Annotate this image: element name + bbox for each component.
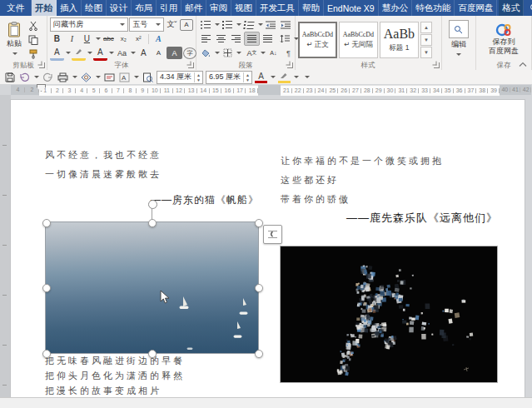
- clipboard-dialog-launcher[interactable]: [39, 62, 45, 68]
- text-box-button[interactable]: [103, 72, 116, 83]
- horizontal-ruler[interactable]: 42 123456789101112131415161718 212223242…: [11, 85, 531, 95]
- editing-dropdown[interactable]: [456, 53, 461, 58]
- numbering-button[interactable]: [221, 18, 235, 31]
- font-color-dropdown[interactable]: [109, 52, 114, 57]
- asian-layout-button[interactable]: A文: [245, 47, 259, 59]
- grow-font-button[interactable]: A: [137, 47, 151, 59]
- shapes-dropdown[interactable]: [96, 76, 101, 81]
- width-stepper[interactable]: ▲▼: [243, 72, 251, 82]
- justify-button[interactable]: [244, 32, 260, 46]
- tab-绘图[interactable]: 绘图: [82, 0, 107, 16]
- redo-button[interactable]: [42, 72, 54, 83]
- wordart-button[interactable]: A: [118, 72, 131, 83]
- align-right-button[interactable]: [229, 32, 243, 45]
- tab-format-contextual[interactable]: 格式: [499, 0, 524, 16]
- shading-dropdown[interactable]: [215, 52, 220, 57]
- tab-插入[interactable]: 插入: [57, 0, 82, 16]
- tab-开始[interactable]: 开始: [32, 0, 57, 16]
- shape-width-field[interactable]: 6.95 厘米 ▲▼: [206, 71, 252, 84]
- rotation-handle[interactable]: [148, 200, 157, 209]
- tab-特色功能[interactable]: 特色功能: [412, 0, 455, 16]
- change-case-button[interactable]: Aa: [115, 47, 129, 59]
- resize-handle-top-center[interactable]: [148, 219, 157, 227]
- font-dialog-launcher[interactable]: [188, 62, 194, 68]
- tab-设计[interactable]: 设计: [107, 0, 132, 16]
- text-effects-color-button[interactable]: A: [50, 46, 64, 61]
- tab-慧办公[interactable]: 慧办公: [379, 0, 413, 16]
- tab-开发工具[interactable]: 开发工具: [256, 0, 299, 16]
- figure-collage-photo[interactable]: [281, 246, 497, 382]
- qat-highlight-button[interactable]: [278, 71, 291, 83]
- font-color-button[interactable]: A: [93, 46, 107, 61]
- format-painter-button[interactable]: [26, 47, 40, 60]
- tab-百度网盘[interactable]: 百度网盘: [455, 0, 497, 16]
- resize-handle-top-right[interactable]: [255, 219, 263, 227]
- underline-button[interactable]: U: [80, 32, 94, 45]
- bold-button[interactable]: B: [50, 32, 64, 45]
- phonetic-guide-button[interactable]: 文˘: [165, 18, 179, 31]
- save-to-baidu-button[interactable]: 保存到 百度网盘: [479, 17, 529, 61]
- qat-font-color-dropdown[interactable]: [271, 76, 276, 81]
- tab-引用[interactable]: 引用: [157, 0, 181, 16]
- collapse-ribbon-button[interactable]: [519, 62, 527, 67]
- resize-handle-bottom-right[interactable]: [255, 350, 263, 358]
- sea-photo[interactable]: [46, 222, 258, 353]
- vertical-ruler[interactable]: [0, 95, 11, 398]
- horizontal-scrollbar[interactable]: [0, 397, 532, 408]
- superscript-button[interactable]: x²: [132, 32, 146, 45]
- strikethrough-button[interactable]: abc: [102, 32, 116, 45]
- align-left-button[interactable]: [199, 32, 213, 45]
- tab-视图[interactable]: 视图: [231, 0, 256, 16]
- subscript-button[interactable]: x₂: [117, 32, 131, 45]
- numbering-dropdown[interactable]: [236, 23, 241, 28]
- print-button[interactable]: [57, 72, 69, 83]
- text-effects-dropdown[interactable]: [66, 52, 71, 57]
- resize-handle-bottom-left[interactable]: [42, 350, 51, 358]
- enclose-characters-button[interactable]: 字: [183, 47, 196, 59]
- distribute-button[interactable]: [261, 32, 275, 45]
- highlight-color-button[interactable]: [72, 46, 86, 61]
- print-preview-button[interactable]: [142, 72, 154, 83]
- tab-邮件[interactable]: 邮件: [181, 0, 206, 16]
- resize-handle-mid-left[interactable]: [42, 284, 51, 292]
- borders-dropdown[interactable]: [236, 52, 241, 57]
- style-card-无间隔[interactable]: AaBbCcDd↵ 无间隔: [339, 22, 378, 58]
- editing-button[interactable]: 编辑: [445, 17, 473, 61]
- font-size-combo[interactable]: 五号: [129, 17, 164, 32]
- qat-highlight-dropdown[interactable]: [294, 76, 299, 81]
- resize-handle-top-left[interactable]: [42, 219, 51, 227]
- align-center-button[interactable]: [214, 32, 228, 45]
- decrease-indent-button[interactable]: [264, 18, 278, 31]
- tab-布局[interactable]: 布局: [132, 0, 157, 16]
- bullets-button[interactable]: [199, 18, 213, 31]
- italic-button[interactable]: I: [65, 32, 79, 45]
- increase-indent-button[interactable]: [279, 18, 293, 31]
- copy-button[interactable]: [26, 33, 40, 46]
- tab-file[interactable]: 文件: [0, 0, 32, 16]
- style-scroll-down[interactable]: ▼: [420, 34, 432, 46]
- qat-font-color-button[interactable]: A: [255, 71, 267, 83]
- line-spacing-button[interactable]: [278, 32, 292, 45]
- cut-button[interactable]: [26, 20, 40, 32]
- shading-button[interactable]: [199, 47, 213, 59]
- asian-layout-dropdown[interactable]: [261, 52, 266, 57]
- multilevel-list-button[interactable]: [242, 18, 256, 31]
- wordart-dropdown[interactable]: [134, 76, 139, 81]
- highlight-dropdown[interactable]: [87, 52, 92, 57]
- styles-dialog-launcher[interactable]: [434, 62, 440, 68]
- style-gallery-more[interactable]: ▼: [420, 47, 432, 58]
- save-button[interactable]: [3, 72, 16, 83]
- resize-handle-bottom-center[interactable]: [148, 350, 157, 358]
- tab-EndNote X9[interactable]: EndNote X9: [324, 0, 379, 16]
- character-border-button[interactable]: A: [180, 19, 193, 31]
- multilevel-dropdown[interactable]: [258, 23, 263, 28]
- document-page[interactable]: 风不经意，我也不经意一切像清晨迷雾般散去 ——房东的猫《帆船》: [11, 100, 525, 398]
- style-scroll-up[interactable]: ▲: [420, 22, 432, 33]
- paragraph-dialog-launcher[interactable]: [287, 62, 293, 68]
- tab-审阅[interactable]: 审阅: [206, 0, 231, 16]
- borders-button[interactable]: [221, 47, 235, 59]
- layout-options-button[interactable]: [263, 225, 282, 244]
- show-hide-marks-button[interactable]: ¶: [281, 47, 296, 59]
- font-name-combo[interactable]: 问藏书房: [50, 17, 128, 32]
- tab-帮助[interactable]: 帮助: [299, 0, 324, 16]
